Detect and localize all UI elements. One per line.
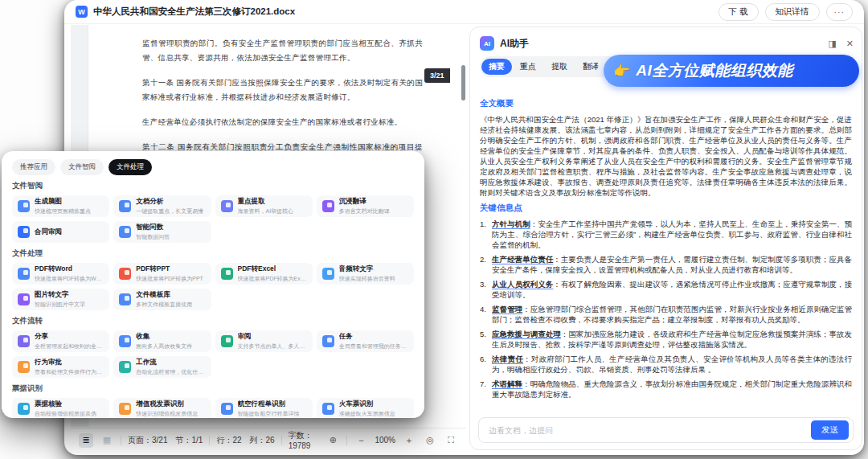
- tool-doc-icon: [18, 200, 30, 212]
- tool-meta: 生成脑图 快速梳理页面精炼重点: [35, 197, 91, 215]
- tool-card[interactable]: 任务 全局查看和管理我的任务信息: [317, 330, 414, 352]
- tool-card[interactable]: 音频转文字 快速实现转换语音资料: [317, 263, 414, 285]
- tool-card[interactable]: 火车票识别 准确提取火车票面信息: [317, 398, 414, 418]
- tool-label: 增值税发票识别: [136, 400, 198, 409]
- tool-card[interactable]: 审阅 支持多节点的单人、多人审阅: [215, 330, 313, 352]
- tool-meta: 音频转文字 快速实现转换语音资料: [339, 264, 395, 283]
- fit-page-icon[interactable]: ◎: [423, 433, 437, 448]
- tool-card[interactable]: 重点提取 海量资料，AI帮提核心: [215, 195, 313, 217]
- tool-description: 智能数据问答: [136, 233, 170, 241]
- popup-tabs: 推荐应用 文件智阅 文件处理: [12, 159, 414, 175]
- keypoint-number: 4.: [480, 304, 486, 314]
- column-number: 列：26: [250, 435, 275, 446]
- tool-card[interactable]: 智能问数 智能数据问答: [113, 221, 211, 243]
- popup-tab[interactable]: 推荐应用: [12, 159, 55, 175]
- ai-promo-banner[interactable]: 👉 AI全方位赋能组织效能: [604, 55, 859, 87]
- popup-tab[interactable]: 文件智阅: [60, 159, 104, 175]
- page-count: 页面：3/21: [128, 435, 167, 446]
- tool-card[interactable]: 票据核验 自动校验增值税票据真伪: [12, 398, 109, 418]
- tool-card[interactable]: PDF转Word 快速批量将PDF转换为Word: [12, 263, 109, 285]
- tool-doc-icon: [221, 335, 233, 347]
- ai-tab[interactable]: 提取: [544, 59, 575, 75]
- tool-doc-icon: [119, 335, 131, 347]
- tool-doc-icon: [221, 200, 233, 212]
- keypoint-item: 1.方针与机制：安全生产工作坚持中国共产党领导，以人为本，坚持人民至上、生命至上…: [480, 219, 852, 250]
- tool-description: 快速实现转换语音资料: [339, 275, 395, 283]
- tool-card[interactable]: 文件模板库 多种文件模板直接使用: [113, 289, 211, 310]
- fullscreen-icon[interactable]: ⛶: [444, 433, 458, 448]
- tool-doc-icon: [322, 268, 334, 280]
- tool-meta: 增值税发票识别 快速识别增值税发票信息: [136, 400, 198, 418]
- tool-doc-icon: [119, 293, 131, 305]
- tool-doc-icon: [119, 200, 131, 212]
- tool-description: 快速批量将PDF转换为Word: [35, 275, 104, 283]
- tool-section-title: 文件智阅: [12, 181, 414, 191]
- zoom-level[interactable]: 100%: [375, 436, 395, 445]
- keypoint-term: 监督管理: [492, 305, 522, 314]
- tool-card[interactable]: PDF转PPT 快速批量将PDF转换为PPT: [113, 263, 211, 285]
- tool-doc-icon: [119, 226, 131, 238]
- vertical-scrollbar[interactable]: [461, 27, 465, 424]
- zoom-in-button[interactable]: +: [402, 433, 416, 448]
- tool-card[interactable]: 图片转文字 智能识别图片中文字: [12, 289, 109, 310]
- file-tools-popup: 推荐应用 文件智阅 文件处理 文件智阅 生成脑图 快速梳理页面精炼重点: [2, 151, 424, 418]
- tool-card[interactable]: 文档分析 一键提取重点，长文更易懂: [113, 195, 211, 217]
- tool-meta: 合同审阅: [35, 227, 62, 237]
- popup-tab[interactable]: 文件处理: [108, 159, 152, 175]
- outline-view-icon[interactable]: ≣: [79, 433, 93, 448]
- ai-tab[interactable]: 重点: [513, 59, 543, 75]
- tool-description: 面向多人高效收集文件: [136, 342, 192, 350]
- tool-label: PDF转PPT: [136, 264, 203, 274]
- tool-card[interactable]: 合同审阅: [12, 221, 109, 243]
- statusbar: ≣ ▦ 页面：3/21 节：1/1 行：22 列：26 字数：19789 ⊕ −…: [71, 428, 466, 452]
- vertical-scrollbar-thumb[interactable]: [461, 65, 465, 100]
- tool-card[interactable]: 航空行程单识别 智能提取航空行程单详情: [215, 398, 313, 418]
- keypoint-item: 7.术语解释：明确危险物品、重大危险源含义，事故划分标准由国务院规定，相关部门制…: [480, 379, 852, 400]
- tool-meta: 工作流 自动化流程管理，优化任务分配: [136, 358, 205, 376]
- tool-card[interactable]: 生成脑图 快速梳理页面精炼重点: [12, 195, 109, 217]
- language-globe-icon[interactable]: ⊕: [326, 433, 340, 448]
- keypoint-number: 2.: [480, 254, 486, 264]
- tool-doc-icon: [18, 361, 30, 373]
- send-button[interactable]: 发送: [811, 420, 849, 440]
- tool-card[interactable]: 工作流 自动化流程管理，优化任务分配: [113, 356, 211, 378]
- tool-doc-icon: [322, 335, 334, 347]
- summary-text: 《中华人民共和国安全生产法（2021 年修正）》旨在加强安全生产工作，保障人民群…: [480, 114, 852, 198]
- document-paragraph: 生产经营单位必须执行依法制定的保障安全生产的国家标准或者行业标准。: [142, 115, 423, 129]
- tool-card[interactable]: 分享 全程管理发起和收到的全部分享: [12, 330, 109, 352]
- keypoint-item: 2.生产经营单位责任：主要负责人是安全生产第一责任人，需履行建立责任制、制定制度…: [480, 254, 852, 275]
- tool-description: 快速识别增值税发票信息: [136, 410, 198, 418]
- tool-section-title: 文件流转: [12, 316, 414, 326]
- tool-doc-icon: [18, 403, 30, 415]
- thumbnail-view-icon[interactable]: ▦: [100, 433, 114, 448]
- tool-description: 全程管理发起和收到的全部分享: [35, 342, 104, 350]
- tool-card[interactable]: 沉浸翻译 多语言文档对比翻译: [317, 195, 414, 217]
- tool-card[interactable]: 收集 面向多人高效收集文件: [113, 330, 211, 352]
- keypoint-text: ：应急管理部门综合监督管理，其他部门在职责范围内监管，对新兴行业按业务相近原则确…: [492, 305, 852, 324]
- knowledge-detail-button[interactable]: 知识详情: [765, 3, 820, 21]
- tool-label: 文件模板库: [136, 290, 192, 300]
- keypoint-term: 从业人员权利义务: [492, 280, 553, 289]
- more-options-button[interactable]: ···: [826, 3, 854, 21]
- ai-tab[interactable]: 翻译: [575, 59, 606, 75]
- keypoint-number: 7.: [480, 379, 486, 389]
- tool-label: 工作流: [136, 358, 205, 367]
- collapse-panel-icon[interactable]: ◨: [828, 39, 836, 49]
- ai-logo-icon: AI: [480, 36, 494, 51]
- tool-doc-icon: [119, 403, 131, 415]
- close-icon[interactable]: ✕: [846, 39, 854, 49]
- tool-meta: 收集 面向多人高效收集文件: [136, 332, 192, 350]
- tool-section-title: 票据识别: [12, 383, 414, 394]
- tool-meta: 航空行程单识别 智能提取航空行程单详情: [238, 400, 300, 418]
- ai-tab[interactable]: 摘要: [481, 59, 512, 75]
- tool-label: 分享: [35, 332, 104, 342]
- ai-header-icons: ◨ ✕: [828, 39, 854, 49]
- tool-card[interactable]: PDF转Excel 快速批量将PDF转换为Excel: [215, 263, 313, 285]
- keypoints-heading: 关键信息点: [480, 203, 852, 214]
- download-button[interactable]: 下 载: [719, 3, 759, 21]
- tool-card[interactable]: 增值税发票识别 快速识别增值税发票信息: [113, 398, 211, 418]
- cursor-info-group: 行：22 列：26: [216, 435, 274, 446]
- tool-card[interactable]: 行为审批 查看和处理文件操作行为的审批: [12, 356, 109, 378]
- ai-question-input[interactable]: [487, 425, 811, 436]
- zoom-out-button[interactable]: −: [354, 433, 368, 448]
